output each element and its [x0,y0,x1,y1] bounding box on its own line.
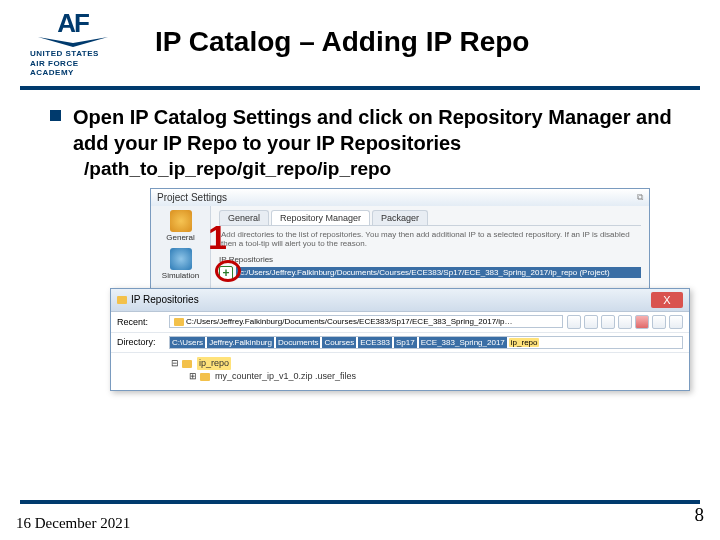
logo-line2: AIR FORCE [30,59,125,69]
sidebar-item-general[interactable]: General [153,210,208,242]
tree-file-name: my_counter_ip_v1_0.zip .user_files [215,370,356,384]
new-folder-icon[interactable] [618,315,632,329]
sidebar-item-label: Simulation [153,271,208,280]
dir-seg[interactable]: C:\Users [170,337,205,348]
folder-icon [117,296,127,304]
logo-line3: ACADEMY [30,68,125,78]
folder-tree: ⊟ ip_repo ⊞ my_counter_ip_v1_0.zip .user… [111,353,689,390]
ip-repositories-label: IP Repositories [219,255,641,264]
directory-row: Directory: C:\Users Jeffrey.Falkinburg D… [111,333,689,353]
settings-description: Add directories to the list of repositor… [219,226,641,253]
ip-repositories-title: IP Repositories [131,294,199,305]
dir-seg-selected[interactable]: ip_repo [509,338,540,347]
recent-row: Recent: C:/Users/Jeffrey.Falkinburg/Docu… [111,312,689,333]
step-circle-annotation [215,260,241,282]
sidebar-item-simulation[interactable]: Simulation [153,248,208,280]
folder-icon [174,318,184,326]
settings-tabs: General Repository Manager Packager [219,210,641,226]
settings-sidebar: General Simulation [151,206,211,296]
bullet-text: Open IP Catalog Settings and click on Re… [73,104,680,156]
toolbar-icons [567,315,683,329]
logo-text: UNITED STATES AIR FORCE ACADEMY [30,49,125,78]
tab-repository-manager[interactable]: Repository Manager [271,210,370,225]
slide-content: Open IP Catalog Settings and click on Re… [0,90,720,448]
logo-line1: UNITED STATES [30,49,125,59]
project-settings-title: Project Settings [157,192,227,203]
tree-folder-row[interactable]: ⊟ ip_repo [171,357,683,371]
af-academy-logo: AF UNITED STATES AIR FORCE ACADEMY [20,8,125,78]
directory-path-field[interactable]: C:\Users Jeffrey.Falkinburg Documents Co… [169,336,683,349]
tree-expand-icon[interactable]: ⊞ [189,370,197,384]
tree-folder-name: ip_repo [197,357,231,371]
simulation-icon [170,248,192,270]
bullet-icon [50,110,61,121]
dialog-sys-icon: ⧉ [637,192,643,203]
page-number: 8 [695,504,705,526]
slide-title: IP Catalog – Adding IP Repo [125,8,529,58]
nav-home-icon[interactable] [601,315,615,329]
tree-expand-icon[interactable]: ⊟ [171,357,179,371]
dir-seg[interactable]: Sp17 [394,337,417,348]
view-detail-icon[interactable] [669,315,683,329]
sidebar-item-label: General [153,233,208,242]
ip-repositories-dialog: IP Repositories X Recent: C:/Users/Jeffr… [110,288,690,391]
footer-divider [20,500,700,504]
repo-add-row: + c:/Users/Jeffrey.Falkinburg/Documents/… [219,266,641,280]
screenshot-area: Project Settings ⧉ General Simulation [120,188,650,448]
slide-header: AF UNITED STATES AIR FORCE ACADEMY IP Ca… [0,0,720,78]
example-path: /path_to_ip_repo/git_repo/ip_repo [84,158,680,180]
nav-back-icon[interactable] [567,315,581,329]
directory-label: Directory: [117,337,165,347]
footer-date: 16 December 2021 [16,515,130,532]
folder-icon [182,360,192,368]
recent-path-value: C:/Users/Jeffrey.Falkinburg/Documents/Co… [186,317,513,326]
recent-path-field[interactable]: C:/Users/Jeffrey.Falkinburg/Documents/Co… [169,315,563,328]
settings-main-panel: General Repository Manager Packager Add … [211,206,649,296]
ip-repositories-titlebar: IP Repositories X [111,289,689,312]
dir-seg[interactable]: ECE383 [358,337,392,348]
dir-seg[interactable]: Courses [322,337,356,348]
nav-up-icon[interactable] [584,315,598,329]
folder-icon [200,373,210,381]
logo-wings-icon [33,35,113,47]
recent-label: Recent: [117,317,165,327]
bullet-row: Open IP Catalog Settings and click on Re… [50,104,680,156]
delete-icon[interactable] [635,315,649,329]
tree-file-row[interactable]: ⊞ my_counter_ip_v1_0.zip .user_files [189,370,683,384]
step-callout-1: 1 [208,218,227,257]
dir-seg[interactable]: Documents [276,337,320,348]
repo-path-field[interactable]: c:/Users/Jeffrey.Falkinburg/Documents/Co… [236,267,641,278]
project-settings-titlebar: Project Settings ⧉ [151,189,649,206]
tab-packager[interactable]: Packager [372,210,428,225]
close-button[interactable]: X [651,292,683,308]
dir-seg[interactable]: Jeffrey.Falkinburg [207,337,274,348]
dir-seg[interactable]: ECE_383_Spring_2017 [419,337,507,348]
gear-icon [170,210,192,232]
view-list-icon[interactable] [652,315,666,329]
